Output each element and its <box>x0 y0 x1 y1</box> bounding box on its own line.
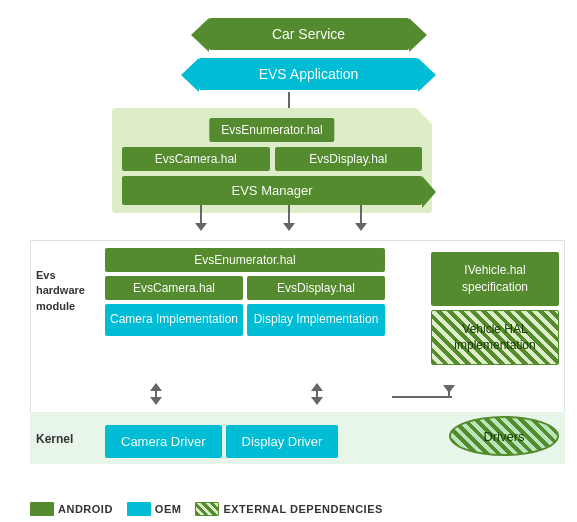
legend-oem: OEM <box>127 502 182 516</box>
inner-evs-display-label: EvsDisplay.hal <box>277 281 355 295</box>
inner-impl-row: Camera Implementation Display Implementa… <box>105 304 385 336</box>
diagram-container: Car Service EVS Application EvsEnumerato… <box>0 0 577 522</box>
evs-camera-top-label: EvsCamera.hal <box>155 152 237 166</box>
drivers-oval: Drivers <box>449 416 559 456</box>
legend-oem-swatch <box>127 502 151 516</box>
ivehicle-section: IVehicle.hal specification Vehicle HAL i… <box>431 252 559 365</box>
fold-corner <box>416 108 432 124</box>
ivehicle-label: IVehicle.hal specification <box>462 263 528 294</box>
arrow-v-enum-2 <box>288 205 290 225</box>
arrowhead-camera-down <box>150 397 162 405</box>
legend-android: ANDROID <box>30 502 113 516</box>
evs-enumerator-top-label: EvsEnumerator.hal <box>221 123 322 137</box>
evs-hw-line3: module <box>36 300 75 312</box>
arrowhead-display-up <box>311 383 323 391</box>
arrowhead-camera-up <box>150 383 162 391</box>
legend-ext-deps: EXTERNAL DEPENDENCIES <box>195 502 382 516</box>
legend: ANDROID OEM EXTERNAL DEPENDENCIES <box>30 502 565 516</box>
evs-application-box: EVS Application <box>199 58 419 90</box>
legend-oem-label: OEM <box>155 503 182 515</box>
display-impl-box: Display Implementation <box>247 304 385 336</box>
evs-application-label: EVS Application <box>259 66 359 82</box>
ivehicle-box: IVehicle.hal specification <box>431 252 559 306</box>
legend-android-swatch <box>30 502 54 516</box>
legend-android-label: ANDROID <box>58 503 113 515</box>
hal-row: EvsCamera.hal EvsDisplay.hal <box>122 147 422 171</box>
kernel-label-text: Kernel <box>36 432 73 446</box>
vehicle-hal-box: Vehicle HAL implementation <box>431 310 559 366</box>
arrowhead-display <box>355 223 367 231</box>
h-line-vehicle <box>392 396 452 398</box>
kernel-label: Kernel <box>36 432 73 446</box>
camera-driver-box: Camera Driver <box>105 425 222 458</box>
car-service-label: Car Service <box>272 26 345 42</box>
display-driver-label: Display Driver <box>242 434 323 449</box>
inner-evs-display: EvsDisplay.hal <box>247 276 385 300</box>
evs-manager-label: EVS Manager <box>232 183 313 198</box>
evs-display-top: EvsDisplay.hal <box>275 147 423 171</box>
evs-manager-section: EvsEnumerator.hal EvsCamera.hal EvsDispl… <box>112 108 432 213</box>
arrow-right-decoration <box>422 176 436 208</box>
evs-camera-top: EvsCamera.hal <box>122 147 270 171</box>
inner-evs-enumerator-label: EvsEnumerator.hal <box>194 253 295 267</box>
arrowhead-enum-2 <box>283 223 295 231</box>
arrowhead-camera <box>195 223 207 231</box>
arrow-v-camera <box>200 205 202 225</box>
inner-evs-camera-label: EvsCamera.hal <box>133 281 215 295</box>
camera-impl-label: Camera Implementation <box>110 312 238 326</box>
car-service-box: Car Service <box>209 18 409 50</box>
v-line-vehicle <box>448 386 450 398</box>
arrow-v-display <box>360 205 362 225</box>
inner-hal-row: EvsCamera.hal EvsDisplay.hal <box>105 276 385 300</box>
evs-hw-module-label: Evs hardware module <box>36 268 94 314</box>
display-driver-box: Display Driver <box>226 425 339 458</box>
inner-evs-enumerator: EvsEnumerator.hal <box>105 248 385 272</box>
arrowhead-display-down <box>311 397 323 405</box>
evs-hw-line2: hardware <box>36 284 85 296</box>
legend-ext-deps-swatch <box>195 502 219 516</box>
drivers-label: Drivers <box>483 429 524 444</box>
legend-ext-deps-label: EXTERNAL DEPENDENCIES <box>223 503 382 515</box>
evs-hw-line1: Evs <box>36 269 56 281</box>
evs-manager-bar: EVS Manager <box>122 176 422 205</box>
inner-evs-camera: EvsCamera.hal <box>105 276 243 300</box>
evs-enumerator-top: EvsEnumerator.hal <box>209 118 334 142</box>
camera-impl-box: Camera Implementation <box>105 304 243 336</box>
kernel-boxes: Camera Driver Display Driver <box>105 425 338 458</box>
camera-driver-label: Camera Driver <box>121 434 206 449</box>
evs-display-top-label: EvsDisplay.hal <box>309 152 387 166</box>
inner-hal-section: EvsEnumerator.hal EvsCamera.hal EvsDispl… <box>105 248 385 336</box>
display-impl-label: Display Implementation <box>254 312 379 326</box>
vehicle-hal-label: Vehicle HAL implementation <box>454 322 535 353</box>
